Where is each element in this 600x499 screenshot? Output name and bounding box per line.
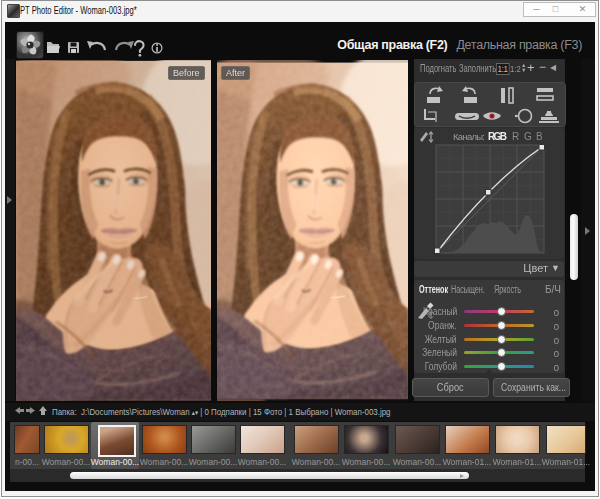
svg-text:Каналы:: Каналы: <box>453 131 485 142</box>
svg-text:G: G <box>524 131 532 142</box>
svg-text:B: B <box>536 131 543 142</box>
svg-text:RGB: RGB <box>488 131 507 142</box>
svg-text:R: R <box>512 131 519 142</box>
